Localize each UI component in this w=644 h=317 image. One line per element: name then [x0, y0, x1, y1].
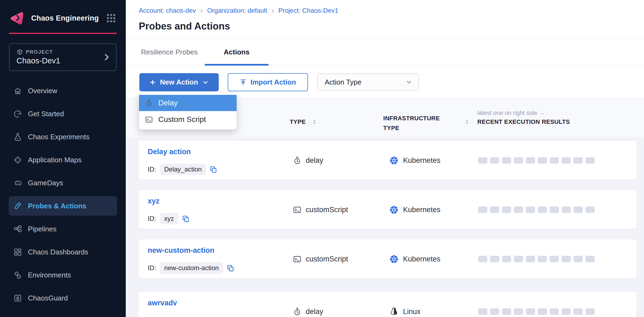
kubernetes-icon — [389, 254, 399, 264]
hexagons-icon — [14, 271, 22, 279]
tab-bar: Resilience Probes Actions — [126, 39, 644, 66]
menu-item-label: Custom Script — [158, 115, 206, 124]
logo-row: Chaos Engineering — [10, 10, 116, 26]
execution-result-placeholder — [574, 157, 583, 164]
module-grid-icon[interactable] — [106, 13, 116, 23]
execution-result-placeholder — [490, 157, 499, 164]
execution-result-placeholder — [574, 206, 583, 213]
sidebar-item-label: Application Maps — [28, 156, 82, 164]
execution-result-placeholder — [562, 256, 571, 262]
execution-result-placeholder — [585, 308, 595, 315]
infrastructure-cell: Kubernetes — [389, 154, 440, 166]
breadcrumb-separator-icon: › — [272, 7, 274, 14]
table-row[interactable]: new-custom-action ID: new-custom-action … — [138, 239, 637, 279]
import-action-label: Import Action — [250, 78, 296, 86]
copy-icon[interactable] — [210, 166, 217, 173]
action-name-link[interactable]: new-custom-action — [148, 246, 214, 255]
project-label: PROJECT — [26, 49, 53, 55]
sidebar-item-get-started[interactable]: Get Started — [9, 104, 117, 124]
recent-execution-results — [478, 157, 595, 164]
copy-icon[interactable] — [182, 215, 189, 222]
app-title: Chaos Engineering — [31, 14, 106, 22]
menu-item-delay[interactable]: Delay — [139, 95, 237, 111]
gamepad-icon — [14, 179, 22, 187]
execution-result-placeholder — [562, 206, 571, 213]
new-action-button[interactable]: New Action — [139, 73, 219, 91]
plus-icon — [149, 79, 156, 86]
infrastructure-header-line1: INFRASTRUCTURE — [383, 114, 440, 123]
target-icon — [14, 156, 22, 164]
sidebar-item-chaos-dashboards[interactable]: Chaos Dashboards — [9, 242, 117, 262]
sidebar-item-application-maps[interactable]: Application Maps — [9, 150, 117, 170]
execution-result-placeholder — [526, 308, 535, 315]
toolbar: New Action Import Action Action Type — [126, 66, 644, 97]
sidebar-item-label: Overview — [28, 87, 57, 95]
breadcrumb-organization[interactable]: Organization: default — [207, 7, 267, 14]
infrastructure-cell: Linux — [389, 306, 421, 317]
test-tube-icon — [14, 202, 22, 210]
sidebar-item-label: Get Started — [28, 110, 64, 118]
terminal-icon — [293, 206, 301, 214]
breadcrumb-separator-icon: › — [200, 7, 203, 14]
column-header-infrastructure[interactable]: INFRASTRUCTURE TYPE — [383, 114, 440, 133]
column-header-type[interactable]: TYPE — [290, 118, 306, 126]
tab-actions[interactable]: Actions — [205, 39, 269, 65]
execution-result-placeholder — [562, 157, 571, 164]
sort-icon[interactable] — [464, 118, 470, 125]
cube-icon — [17, 49, 23, 55]
sidebar-item-chaos-experiments[interactable]: Chaos Experiments — [9, 127, 117, 147]
import-action-button[interactable]: Import Action — [228, 73, 308, 91]
sidebar-item-chaosguard[interactable]: ChaosGuard — [9, 288, 117, 308]
execution-result-placeholder — [490, 256, 499, 262]
breadcrumb-project[interactable]: Project: Chaos-Dev1 — [278, 7, 338, 14]
new-action-label: New Action — [160, 78, 198, 86]
sidebar-item-label: ChaosGuard — [28, 294, 68, 302]
action-type-select[interactable]: Action Type — [317, 73, 419, 91]
infrastructure-cell: Kubernetes — [389, 204, 440, 216]
execution-result-placeholder — [514, 157, 523, 164]
sidebar-item-probes-actions[interactable]: Probes & Actions — [9, 196, 117, 216]
execution-result-placeholder — [585, 256, 595, 262]
execution-result-placeholder — [550, 206, 559, 213]
id-value-pill: xyz — [160, 213, 178, 224]
action-name-link[interactable]: Delay action — [148, 148, 191, 156]
table-row[interactable]: xyz ID: xyz customScript Kubernetes — [138, 190, 637, 229]
project-selector[interactable]: PROJECT Chaos-Dev1 — [9, 43, 117, 71]
action-name-link[interactable]: xyz — [148, 197, 160, 205]
new-action-menu: Delay Custom Script — [139, 93, 237, 130]
type-value: delay — [306, 156, 323, 165]
table-row[interactable]: awrvadv delay Linux — [138, 292, 637, 317]
sidebar-item-pipelines[interactable]: Pipelines — [9, 219, 117, 239]
accent-divider — [9, 33, 117, 34]
sidebar-item-environments[interactable]: Environments — [9, 265, 117, 285]
execution-result-placeholder — [562, 308, 571, 315]
stopwatch-icon — [293, 308, 301, 316]
id-value-pill: Delay_action — [160, 164, 206, 175]
copy-icon[interactable] — [227, 264, 234, 272]
lock-icon — [14, 294, 22, 302]
menu-item-custom-script[interactable]: Custom Script — [139, 111, 237, 128]
sidebar-item-label: Probes & Actions — [28, 202, 86, 210]
upload-icon — [240, 79, 247, 86]
execution-result-placeholder — [502, 206, 511, 213]
execution-result-placeholder — [550, 256, 559, 262]
execution-result-placeholder — [585, 157, 595, 164]
breadcrumb-account[interactable]: Account: chaos-dev — [139, 7, 196, 14]
execution-result-placeholder — [478, 308, 487, 315]
tab-resilience-probes[interactable]: Resilience Probes — [141, 39, 198, 65]
sort-icon[interactable] — [312, 118, 317, 125]
action-name-link[interactable]: awrvadv — [148, 299, 177, 307]
table-row[interactable]: Delay action ID: Delay_action delay Kube… — [138, 140, 637, 180]
execution-result-placeholder — [478, 157, 487, 164]
recent-execution-results — [478, 256, 595, 262]
sidebar-item-gamedays[interactable]: GameDays — [9, 173, 117, 193]
sidebar-item-overview[interactable]: Overview — [9, 81, 117, 101]
type-cell: customScript — [293, 204, 348, 216]
results-hint: latest one on right side → — [477, 109, 545, 117]
id-label: ID: — [148, 215, 156, 222]
chevron-right-icon — [102, 53, 111, 61]
chaos-engineering-app: Chaos Engineering PROJECT Chaos-Dev1 Ove… — [0, 0, 644, 317]
execution-result-placeholder — [502, 308, 511, 315]
sidebar-item-label: Chaos Experiments — [28, 133, 89, 141]
execution-result-placeholder — [538, 256, 547, 262]
